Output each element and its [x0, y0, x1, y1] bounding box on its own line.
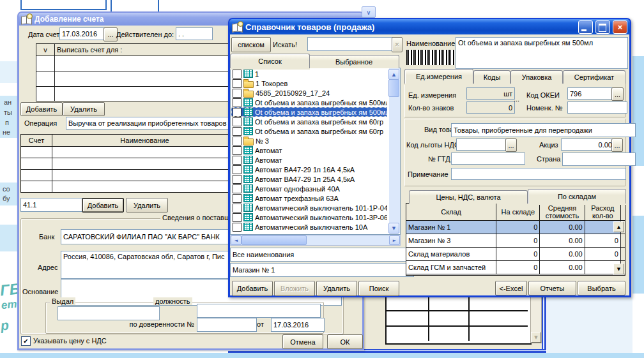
invoice-date-field[interactable]: 17.03.2016 [59, 27, 107, 40]
cancel-button[interactable]: Отмена [282, 334, 323, 349]
checkbox[interactable] [233, 184, 241, 193]
list-item[interactable]: Ot объема и запаха выгребных ям 500мл [231, 98, 387, 107]
checkbox[interactable] [233, 146, 241, 155]
checkbox[interactable] [233, 127, 241, 136]
delete-account-button[interactable]: Удалить [126, 198, 168, 213]
tab-prices[interactable]: Цены, НДС, валюта [409, 190, 528, 204]
tab-packaging[interactable]: Упаковка [510, 70, 563, 84]
list-item[interactable]: Автомат трехфазный 63А [231, 193, 387, 203]
search-button[interactable]: Поиск [358, 281, 399, 296]
list-item[interactable]: Автомат однофазный 40А [231, 184, 387, 193]
stock-row[interactable]: Магазин № 3 0 0.00 0 [406, 234, 625, 248]
nomenclature-field[interactable] [567, 101, 627, 114]
unit-more-button[interactable]: ... [514, 95, 519, 103]
list-item[interactable]: Автомат ВА47-29 1п 16А 4,5кА [231, 165, 387, 174]
checkbox[interactable] [233, 137, 241, 145]
combo-peek-button[interactable]: ∨ [362, 6, 376, 18]
gtd-field[interactable] [451, 153, 525, 165]
as-list-button[interactable]: списком [231, 37, 271, 52]
scroll-down-icon[interactable]: ▼ [531, 332, 541, 343]
tab-codes[interactable]: Коды [473, 70, 510, 84]
excel-button[interactable]: <-Excel [495, 281, 527, 295]
vat-checkbox[interactable]: ✔ [21, 336, 31, 346]
date-picker-button[interactable]: ... [103, 27, 118, 41]
vat-code-field[interactable] [456, 138, 509, 151]
tab-list[interactable]: Список [230, 54, 310, 68]
product-name-field[interactable]: Ot объема и запаха выгребных ям 500мл [456, 37, 628, 69]
proxy-number-field[interactable] [197, 318, 257, 332]
ok-button[interactable]: ОК [327, 334, 363, 349]
checkbox[interactable] [233, 156, 241, 165]
delete-button[interactable]: Удалить [316, 281, 357, 296]
list-item[interactable]: Автоматический выключатель 101-3Р-06 [231, 213, 387, 222]
scroll-right-icon[interactable]: ► [389, 235, 400, 245]
scroll-left-icon[interactable]: ◄ [231, 235, 241, 245]
tab-certificate[interactable]: Сертификат [563, 70, 625, 84]
checkbox[interactable] [233, 70, 241, 78]
okei-field[interactable]: 796 [567, 87, 615, 100]
kind-combo[interactable]: Товары, приобретенные для перепродажи [451, 123, 636, 137]
country-combo[interactable] [562, 153, 636, 166]
valid-until-field[interactable]: . . [176, 27, 213, 40]
reports-button[interactable]: Отчеты [528, 281, 576, 295]
delete-recipient-button[interactable]: Удалить [63, 102, 105, 116]
list-item-selected[interactable]: Ot объема и запаха выгребных ям 500мл [231, 107, 387, 117]
checkbox[interactable] [233, 98, 241, 107]
checkbox[interactable] [233, 223, 241, 232]
clear-search-button[interactable]: ✕ [392, 37, 402, 52]
list-item[interactable]: № 3 [231, 136, 387, 145]
checkbox[interactable] [233, 204, 241, 213]
maximize-button[interactable] [595, 20, 610, 34]
search-input[interactable] [307, 37, 395, 51]
list-item[interactable]: Ot объема и запаха выгребных ям 60гр [231, 117, 387, 126]
list-item[interactable]: Автомат [231, 145, 387, 155]
store-combo[interactable]: Магазин № 1 [230, 263, 414, 277]
minimize-button[interactable] [578, 20, 593, 34]
stock-row[interactable]: Склад ГСМ и запчастей 0 0.00 0 [406, 261, 625, 274]
checkbox[interactable] [233, 79, 241, 88]
stock-row-selected[interactable]: Магазин № 1 0 0.00 0 [406, 221, 625, 234]
excise-field[interactable]: 0.00 [561, 138, 615, 151]
add-button[interactable]: Добавить [232, 281, 273, 296]
position-field[interactable] [197, 304, 321, 318]
proxy-date-field[interactable]: 17.03.2016 [271, 318, 325, 332]
list-item[interactable]: Ot объема и запаха выгребных ям 60гр [231, 126, 387, 136]
scrollbar-thumb[interactable] [241, 235, 307, 245]
list-item[interactable]: Автоматический выключатель 101-1Р-04 [231, 203, 387, 213]
list-item[interactable]: 1 [231, 69, 387, 78]
add-recipient-button[interactable]: Добавить [20, 102, 63, 116]
scroll-up-icon[interactable]: ▲ [388, 69, 399, 80]
vat-code-picker-button[interactable]: ... [505, 138, 517, 152]
checkbox[interactable] [233, 117, 241, 126]
list-horizontal-scrollbar[interactable]: ◄ ► [230, 235, 401, 246]
tab-by-warehouse[interactable]: По складам [528, 189, 626, 204]
checkbox[interactable] [233, 89, 241, 98]
vat-checkbox-label[interactable]: Указывать цену с НДС [33, 337, 107, 345]
name-filter-combo[interactable]: Все наименования [230, 248, 414, 262]
checkbox[interactable] [233, 194, 241, 203]
list-item[interactable]: Автомат ВА47-29 1п 25А 4,5кА [231, 174, 387, 184]
stock-row[interactable]: Склад материалов 0 0.00 0 [406, 248, 625, 261]
list-item[interactable]: Автоматический выключатель 10А [231, 222, 387, 232]
tab-units[interactable]: Ед.измерения [404, 69, 473, 84]
close-button[interactable]: × [613, 20, 627, 34]
scroll-down-icon[interactable]: ▼ [613, 264, 624, 274]
add-account-button[interactable]: Добавить [82, 198, 124, 213]
checkbox[interactable] [233, 213, 241, 222]
choose-button[interactable]: Выбрать [578, 281, 625, 295]
list-item[interactable]: 4585_20150929_17_24 [231, 88, 387, 98]
scrollbar-thumb[interactable] [388, 79, 399, 97]
title-bar[interactable]: Справочник товаров (продажа) × [229, 19, 630, 34]
note-field[interactable] [451, 168, 626, 180]
background-grid-scrollbar[interactable]: ▼ [530, 295, 542, 343]
checkbox[interactable] [233, 165, 241, 174]
excise-picker-button[interactable]: ... [611, 138, 623, 152]
nest-button[interactable]: Вложить [274, 281, 315, 296]
list-item[interactable]: 1 Токорев [231, 78, 387, 88]
scroll-up-icon[interactable]: ▲ [613, 221, 624, 232]
scroll-down-icon[interactable]: ▼ [388, 223, 399, 234]
checkbox[interactable] [233, 175, 241, 184]
stock-table[interactable]: Склад На складе Средняя стоимость Расход… [406, 203, 625, 276]
checkbox[interactable] [233, 108, 241, 117]
product-list[interactable]: 1 1 Токорев 4585_20150929_17_24 Ot объем… [230, 68, 401, 235]
